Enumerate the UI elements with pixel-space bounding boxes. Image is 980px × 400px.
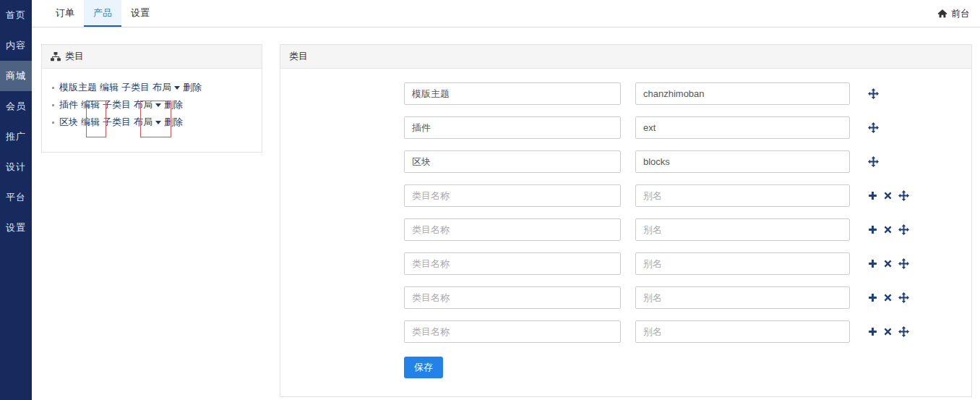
category-name-input[interactable] xyxy=(404,184,621,207)
subcategory-link[interactable]: 子类目 xyxy=(103,98,131,111)
category-name-input[interactable] xyxy=(404,116,621,139)
move-row-icon[interactable] xyxy=(868,156,879,167)
layout-link[interactable]: 布局 xyxy=(152,81,180,94)
category-tree-panel: 类目 模版主题 编辑 子类目 布局 删除 xyxy=(41,44,262,153)
tab-label: 订单 xyxy=(56,7,74,20)
layout-link[interactable]: 布局 xyxy=(134,116,161,129)
category-form xyxy=(280,69,971,343)
category-tree-item: 模版主题 编辑 子类目 布局 删除 xyxy=(51,79,254,96)
save-button[interactable]: 保存 xyxy=(404,357,443,378)
sidebar-item[interactable]: 首页 xyxy=(0,0,32,30)
topbar: 订单 产品 设置 前台 xyxy=(32,0,980,27)
topbar-tab[interactable]: 订单 xyxy=(46,0,84,27)
home-icon xyxy=(937,9,947,19)
add-row-icon[interactable] xyxy=(868,327,877,336)
alias-input[interactable] xyxy=(635,116,850,139)
sidebar-item[interactable]: 内容 xyxy=(0,30,32,61)
remove-row-icon[interactable] xyxy=(884,226,892,234)
bullet-icon xyxy=(52,122,54,124)
move-row-icon[interactable] xyxy=(898,292,909,303)
move-row-icon[interactable] xyxy=(898,326,909,337)
admin-app: 首页 内容 商城 会员 推广 设计 平台 xyxy=(0,0,980,400)
bullet-icon xyxy=(52,87,54,89)
category-name-input[interactable] xyxy=(404,82,621,105)
layout-link-label: 布局 xyxy=(152,81,171,94)
tree-panel-header: 类目 xyxy=(42,45,262,69)
delete-link[interactable]: 删除 xyxy=(164,98,183,111)
sidebar-item-label: 设计 xyxy=(6,161,26,174)
sidebar-item[interactable]: 设置 xyxy=(0,213,32,243)
alias-input[interactable] xyxy=(635,184,850,207)
form-panel-title: 类目 xyxy=(289,50,308,63)
move-row-icon[interactable] xyxy=(868,122,879,133)
sitemap-icon xyxy=(51,52,61,61)
edit-link[interactable]: 编辑 xyxy=(100,81,119,94)
category-form-row xyxy=(404,150,971,173)
tree-panel-title: 类目 xyxy=(65,50,84,63)
row-actions xyxy=(868,292,909,303)
sidebar-item[interactable]: 商城 xyxy=(0,61,32,91)
sidebar-item-label: 内容 xyxy=(6,39,26,52)
subcategory-link[interactable]: 子类目 xyxy=(121,81,150,94)
category-form-row xyxy=(404,184,971,207)
topbar-tab[interactable]: 设置 xyxy=(121,0,159,27)
category-name-input[interactable] xyxy=(404,218,621,241)
chevron-down-icon xyxy=(155,121,161,124)
delete-link[interactable]: 删除 xyxy=(183,81,202,94)
alias-input[interactable] xyxy=(635,218,850,241)
category-form-row xyxy=(404,320,971,343)
chevron-down-icon xyxy=(174,86,180,90)
add-row-icon[interactable] xyxy=(868,259,877,268)
category-form-row xyxy=(404,286,971,309)
edit-link[interactable]: 编辑 xyxy=(81,116,100,129)
move-row-icon[interactable] xyxy=(898,224,909,235)
subcategory-link[interactable]: 子类目 xyxy=(103,116,131,129)
category-tree-list: 模版主题 编辑 子类目 布局 删除 插件 编辑 子类目 xyxy=(42,69,262,131)
row-actions xyxy=(868,156,879,167)
category-name-input[interactable] xyxy=(404,150,621,173)
form-panel-header: 类目 xyxy=(280,45,971,69)
sidebar-item[interactable]: 推广 xyxy=(0,122,32,152)
alias-input[interactable] xyxy=(635,82,850,105)
category-name-input[interactable] xyxy=(404,286,621,309)
layout-link-label: 布局 xyxy=(134,98,152,111)
move-row-icon[interactable] xyxy=(898,258,909,269)
tab-label: 设置 xyxy=(131,7,150,20)
sidebar-item[interactable]: 会员 xyxy=(0,91,32,122)
topbar-tab[interactable]: 产品 xyxy=(84,0,121,27)
delete-link[interactable]: 删除 xyxy=(164,116,183,129)
remove-row-icon[interactable] xyxy=(884,328,892,336)
add-row-icon[interactable] xyxy=(868,293,877,302)
sidebar-item[interactable]: 设计 xyxy=(0,152,32,182)
remove-row-icon[interactable] xyxy=(884,294,892,302)
row-actions xyxy=(868,224,909,235)
category-name-input[interactable] xyxy=(404,320,621,343)
add-row-icon[interactable] xyxy=(868,191,877,200)
row-actions xyxy=(868,326,909,337)
category-name-link[interactable]: 模版主题 xyxy=(59,81,97,94)
main-content: 类目 模版主题 编辑 子类目 布局 删除 xyxy=(32,28,980,400)
category-name-link[interactable]: 插件 xyxy=(59,98,78,111)
alias-input[interactable] xyxy=(635,286,850,309)
move-row-icon[interactable] xyxy=(898,190,909,201)
sidebar-item-label: 首页 xyxy=(6,9,26,22)
topbar-right: 前台 xyxy=(937,0,980,27)
sidebar-item-label: 平台 xyxy=(6,191,26,204)
alias-input[interactable] xyxy=(635,150,850,173)
layout-link[interactable]: 布局 xyxy=(134,98,161,111)
alias-input[interactable] xyxy=(635,252,850,275)
add-row-icon[interactable] xyxy=(868,225,877,234)
alias-input[interactable] xyxy=(635,320,850,343)
remove-row-icon[interactable] xyxy=(884,192,892,200)
sidebar-item-label: 会员 xyxy=(6,100,26,113)
row-actions xyxy=(868,122,879,133)
category-name-link[interactable]: 区块 xyxy=(59,116,78,129)
category-name-input[interactable] xyxy=(404,252,621,275)
remove-row-icon[interactable] xyxy=(884,260,892,268)
move-row-icon[interactable] xyxy=(868,88,879,99)
category-form-row xyxy=(404,116,971,139)
row-actions xyxy=(868,88,879,99)
sidebar-item[interactable]: 平台 xyxy=(0,182,32,213)
front-site-link[interactable]: 前台 xyxy=(937,7,970,20)
edit-link[interactable]: 编辑 xyxy=(81,98,100,111)
